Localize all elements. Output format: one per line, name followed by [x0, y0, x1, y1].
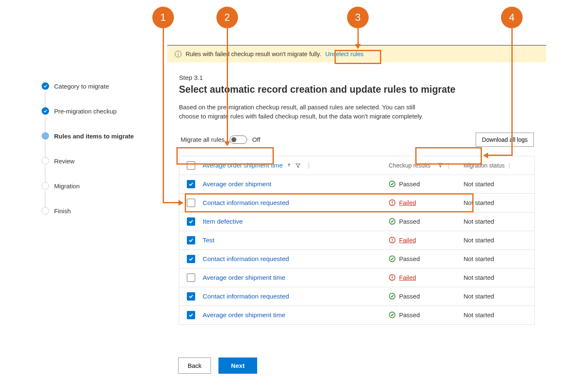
- checkup-result[interactable]: Failed: [389, 237, 464, 244]
- checkup-result: Passed: [389, 311, 464, 318]
- step-number: Step 3.1: [179, 74, 535, 81]
- wizard-step[interactable]: Migration: [42, 182, 150, 190]
- checkup-result[interactable]: Failed: [389, 199, 464, 206]
- toggle-state: Off: [252, 136, 260, 143]
- step-label: Review: [54, 158, 74, 165]
- migration-status: Not started: [464, 180, 534, 187]
- unselect-rules-link[interactable]: Unselect rules: [325, 51, 364, 57]
- table-row[interactable]: Item defectivePassedNot started: [179, 212, 534, 231]
- callout-badge-1: 1: [152, 7, 174, 28]
- rules-grid: Average order shipment time | Checkup re…: [179, 156, 535, 325]
- checkup-result: Passed: [389, 218, 464, 225]
- wizard-steps-sidebar: Category to migratePre-migration checkup…: [42, 82, 150, 232]
- next-button[interactable]: Next: [218, 357, 257, 374]
- row-checkbox[interactable]: [187, 217, 195, 226]
- callout-arrowhead-1: [179, 200, 184, 206]
- migration-status: Not started: [464, 311, 534, 318]
- wizard-step[interactable]: Review: [42, 157, 150, 165]
- rule-name-link[interactable]: Contact information requested: [203, 199, 289, 206]
- svg-point-11: [392, 279, 393, 279]
- sort-asc-icon[interactable]: [287, 163, 291, 168]
- migration-status: Not started: [464, 218, 534, 225]
- callout-arrowhead-2: [224, 141, 230, 146]
- select-all-checkbox[interactable]: [187, 161, 195, 170]
- table-row[interactable]: Contact information requestedPassedNot s…: [179, 287, 534, 306]
- rule-name-link[interactable]: Item defective: [203, 218, 243, 225]
- info-bar-text: Rules with failed checkup result won't m…: [186, 51, 321, 57]
- migration-status: Not started: [464, 274, 534, 281]
- row-checkbox[interactable]: [187, 255, 195, 263]
- row-checkbox[interactable]: [187, 292, 195, 301]
- migration-status: Not started: [464, 293, 534, 300]
- callout-arrow-1: [163, 28, 164, 203]
- row-checkbox[interactable]: [187, 236, 195, 244]
- toggle-switch[interactable]: [230, 136, 247, 144]
- rule-name-link[interactable]: Average order shipment: [203, 180, 271, 187]
- step-description: Based on the pre-migration checkup resul…: [179, 103, 437, 121]
- wizard-step[interactable]: Finish: [42, 207, 150, 214]
- step-bullet-icon: [42, 82, 49, 90]
- rule-name-link[interactable]: Contact information requested: [203, 255, 289, 262]
- column-header-migration[interactable]: Migration status |: [464, 162, 534, 169]
- step-label: Rules and items to migrate: [54, 133, 134, 140]
- wizard-step[interactable]: Rules and items to migrate: [42, 132, 150, 140]
- migration-status: Not started: [464, 237, 534, 244]
- download-all-logs-button[interactable]: Download all logs: [476, 133, 534, 147]
- step-bullet-icon: [42, 182, 49, 190]
- row-checkbox[interactable]: [187, 180, 195, 188]
- table-row[interactable]: Average order shipment timeFailedNot sta…: [179, 269, 534, 287]
- wizard-step[interactable]: Category to migrate: [42, 82, 150, 90]
- table-row[interactable]: Contact information requestedPassedNot s…: [179, 250, 534, 269]
- migration-status: Not started: [464, 199, 534, 206]
- callout-arrow-4: [511, 28, 513, 156]
- checkup-result[interactable]: Failed: [389, 274, 464, 281]
- svg-point-7: [392, 241, 393, 242]
- column-header-checkup[interactable]: Checkup results |: [389, 162, 464, 169]
- migrate-all-toggle[interactable]: Migrate all rules Off: [179, 133, 265, 146]
- row-checkbox[interactable]: [187, 199, 195, 207]
- table-row[interactable]: Average order shipment timePassedNot sta…: [179, 306, 534, 325]
- row-checkbox[interactable]: [187, 311, 195, 319]
- filter-icon[interactable]: [438, 163, 443, 168]
- checkup-result: Passed: [389, 293, 464, 300]
- column-header-name[interactable]: Average order shipment time |: [203, 162, 389, 169]
- info-icon: i: [175, 51, 181, 57]
- wizard-footer: Back Next: [178, 357, 257, 374]
- step-title: Select automatic record creation and upd…: [179, 84, 535, 95]
- back-button[interactable]: Back: [178, 357, 211, 374]
- callout-arrow-3: [357, 28, 359, 45]
- svg-point-3: [392, 204, 393, 205]
- grid-header-row: Average order shipment time | Checkup re…: [179, 156, 534, 175]
- step-label: Migration: [54, 182, 80, 190]
- callout-arrow-2: [227, 28, 228, 142]
- callout-arrow-4: [488, 155, 512, 156]
- callout-arrowhead-4: [483, 153, 488, 158]
- table-row[interactable]: TestFailedNot started: [179, 231, 534, 250]
- rule-name-link[interactable]: Average order shipment time: [203, 311, 285, 318]
- step-bullet-icon: [42, 107, 49, 115]
- wizard-step[interactable]: Pre-migration checkup: [42, 107, 150, 115]
- callout-arrow-1: [163, 202, 179, 203]
- rule-name-link[interactable]: Test: [203, 237, 214, 244]
- step-label: Finish: [54, 207, 71, 214]
- main-panel: i Rules with failed checkup result won't…: [167, 45, 546, 325]
- rule-name-link[interactable]: Contact information requested: [203, 293, 289, 300]
- row-checkbox[interactable]: [187, 274, 195, 282]
- step-bullet-icon: [42, 157, 49, 165]
- callout-badge-4: 4: [501, 7, 523, 28]
- step-label: Pre-migration checkup: [54, 108, 117, 115]
- rule-name-link[interactable]: Average order shipment time: [203, 274, 285, 281]
- callout-badge-3: 3: [347, 7, 369, 28]
- checkup-result: Passed: [389, 255, 464, 262]
- checkup-result: Passed: [389, 180, 464, 187]
- table-row[interactable]: Contact information requestedFailedNot s…: [179, 194, 534, 212]
- step-bullet-icon: [42, 207, 49, 214]
- step-label: Category to migrate: [54, 83, 109, 90]
- toggle-label: Migrate all rules: [181, 136, 225, 143]
- callout-arrowhead-3: [355, 44, 361, 49]
- table-row[interactable]: Average order shipmentPassedNot started: [179, 175, 534, 194]
- migration-status: Not started: [464, 255, 534, 262]
- filter-icon[interactable]: [295, 163, 300, 168]
- callout-badge-2: 2: [216, 7, 238, 28]
- step-bullet-icon: [42, 132, 49, 140]
